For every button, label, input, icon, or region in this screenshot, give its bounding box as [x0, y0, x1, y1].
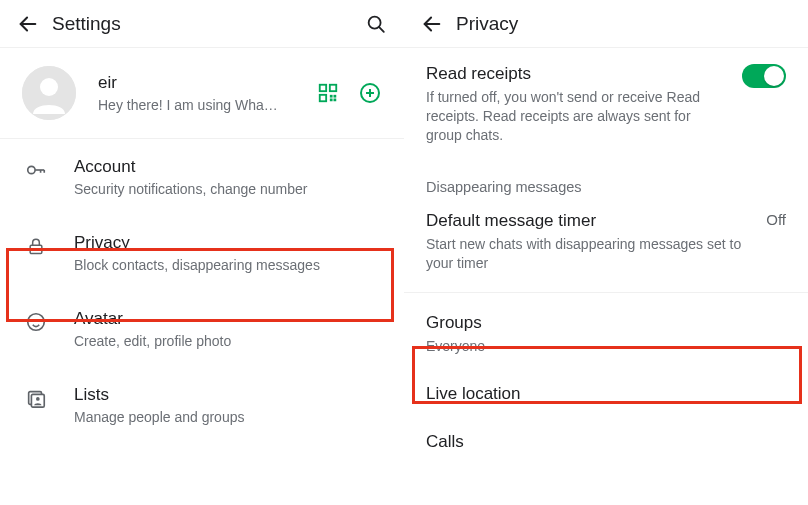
svg-point-20 [28, 314, 45, 331]
lists-icon [25, 387, 47, 409]
plus-circle-icon [358, 81, 382, 105]
page-title: Privacy [456, 13, 796, 35]
item-sub: Create, edit, profile photo [74, 333, 384, 349]
arrow-left-icon [17, 13, 39, 35]
search-icon [365, 13, 387, 35]
read-receipts-row[interactable]: Read receipts If turned off, you won't s… [404, 48, 808, 161]
timer-value: Off [766, 211, 786, 228]
svg-rect-11 [330, 99, 333, 102]
svg-rect-19 [30, 245, 42, 253]
groups-row[interactable]: Groups Everyone [404, 295, 808, 370]
live-location-label: Live location [426, 384, 786, 404]
avatar-placeholder-icon [22, 66, 76, 120]
read-receipts-desc: If turned off, you won't send or receive… [426, 88, 730, 145]
svg-rect-10 [334, 95, 337, 98]
timer-label: Default message timer [426, 211, 754, 231]
face-icon [25, 311, 47, 333]
arrow-left-icon [421, 13, 443, 35]
svg-rect-5 [320, 85, 326, 91]
privacy-header: Privacy [404, 0, 808, 48]
item-sub: Manage people and groups [74, 409, 384, 425]
settings-item-privacy[interactable]: Privacy Block contacts, disappearing mes… [0, 215, 404, 291]
item-label: Account [74, 157, 384, 177]
calls-label: Calls [426, 432, 786, 452]
svg-point-25 [36, 397, 40, 401]
svg-rect-6 [330, 85, 336, 91]
calls-row[interactable]: Calls [404, 418, 808, 466]
avatar [22, 66, 76, 120]
settings-item-avatar[interactable]: Avatar Create, edit, profile photo [0, 291, 404, 367]
disappearing-section-label: Disappearing messages [404, 161, 808, 201]
qr-code-icon [317, 82, 339, 104]
divider [404, 292, 808, 293]
svg-point-21 [32, 319, 34, 321]
settings-pane: Settings eir Hey there! I am using What.… [0, 0, 404, 505]
groups-value: Everyone [426, 337, 786, 356]
profile-status: Hey there! I am using What... [98, 97, 278, 113]
svg-rect-7 [320, 95, 326, 101]
svg-line-2 [379, 26, 384, 31]
svg-point-22 [38, 319, 40, 321]
live-location-row[interactable]: Live location [404, 370, 808, 418]
item-label: Privacy [74, 233, 384, 253]
privacy-pane: Privacy Read receipts If turned off, you… [404, 0, 808, 505]
key-icon [25, 159, 47, 181]
search-button[interactable] [360, 8, 392, 40]
settings-header: Settings [0, 0, 404, 48]
back-button[interactable] [416, 8, 448, 40]
settings-item-account[interactable]: Account Security notifications, change n… [0, 139, 404, 215]
svg-rect-8 [330, 95, 333, 98]
lock-icon [26, 235, 46, 257]
item-sub: Block contacts, disappearing messages [74, 257, 384, 273]
groups-label: Groups [426, 313, 786, 333]
item-label: Avatar [74, 309, 384, 329]
add-account-button[interactable] [356, 79, 384, 107]
read-receipts-label: Read receipts [426, 64, 730, 84]
default-message-timer-row[interactable]: Default message timer Start new chats wi… [404, 201, 808, 289]
profile-text: eir Hey there! I am using What... [98, 73, 314, 113]
qr-code-button[interactable] [314, 79, 342, 107]
item-sub: Security notifications, change number [74, 181, 384, 197]
profile-actions [314, 79, 384, 107]
svg-point-15 [28, 166, 35, 173]
item-label: Lists [74, 385, 384, 405]
svg-point-4 [40, 78, 58, 96]
back-button[interactable] [12, 8, 44, 40]
profile-row[interactable]: eir Hey there! I am using What... [0, 48, 404, 139]
timer-desc: Start new chats with disappearing messag… [426, 235, 754, 273]
page-title: Settings [52, 13, 360, 35]
read-receipts-toggle[interactable] [742, 64, 786, 88]
svg-rect-9 [334, 99, 337, 102]
profile-name: eir [98, 73, 314, 93]
settings-item-lists[interactable]: Lists Manage people and groups [0, 367, 404, 443]
